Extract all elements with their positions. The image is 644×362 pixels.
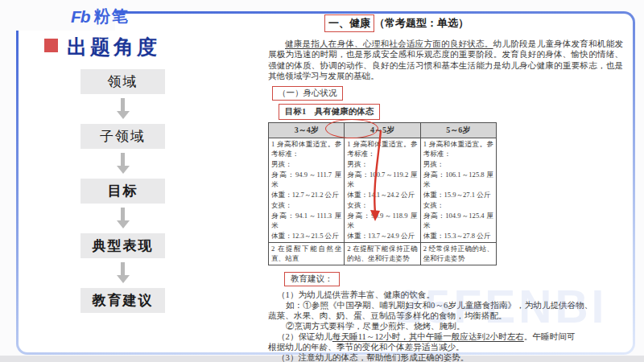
flow-box-education-advice: 教育建议 xyxy=(80,288,165,313)
fenbi-logo-text: 粉笔 xyxy=(94,6,130,27)
intro-paragraph: 健康是指人在身体、心理和社会适应方面的良好状态。幼儿阶段是儿童身体发育和机能发展… xyxy=(268,39,623,82)
flow-box-subdomain: 子领域 xyxy=(80,124,165,149)
posture-cell-4-5: 2 在提醒下能保持正确的站、坐和行走姿势 xyxy=(345,242,420,265)
scanned-document: 一、健康 （常考题型：单选） 健康是指人在身体、心理和社会适应方面的良好状态。幼… xyxy=(268,14,623,362)
doc-section-title-suffix: （常考题型：单选） xyxy=(374,16,469,31)
standards-cell-5-6: 1 身高和体重适宜。参考标准： 男孩： 身高：106.1～125.8 厘米 体重… xyxy=(420,138,496,242)
advice-line: 蔬菜、水果、肉、奶、蛋、豆制品等多样化的食物，均衡搭配。 xyxy=(268,311,623,321)
table-header-3-4: 3～4岁 xyxy=(269,122,345,138)
flow-box-domain: 领域 xyxy=(80,69,165,94)
slide: Fb 粉笔 出题角度 领域 子领域 目标 典型表现 教育建议 一、健康 （常考题… xyxy=(0,0,644,362)
table-standards-row: 1 身高和体重适宜。参考标准： 男孩： 身高：94.9～111.7 厘米 体重：… xyxy=(269,138,497,242)
down-arrow-icon xyxy=(80,149,165,179)
table-posture-row: 2 在提醒下能自然坐直、站直 2 在提醒下能保持正确的站、坐和行走姿势 2 经常… xyxy=(269,242,497,265)
down-arrow-icon xyxy=(80,204,165,233)
doc-section-title: 一、健康 （常考题型：单选） xyxy=(324,14,623,32)
red-box-annotation: 一、健康 xyxy=(324,14,374,32)
advice-line: 根据幼儿的年龄、季节的变化和个体差异适当减少。 xyxy=(268,342,623,352)
intro-underlined-sentence: 健康是指人在身体、心理和社会适应方面的良好状态。 xyxy=(285,39,493,48)
flowchart: 领域 子领域 目标 典型表现 教育建议 xyxy=(80,69,165,313)
red-square-bullet-icon xyxy=(44,39,58,52)
subsection-label: （一）身心状况 xyxy=(272,86,343,101)
advice-line: 如：①参照《中国孕期、哺乳期妇女和0～6岁儿童膳食指南》，为幼儿提供谷物、 xyxy=(268,300,623,311)
page-title-row: 出题角度 xyxy=(44,34,160,60)
goal-label: 目标1 具有健康的体态 xyxy=(279,104,380,120)
advice-line: ②烹调方式要科学，尽量少煎炸、烧烤、腌制。 xyxy=(268,321,623,331)
fenbi-logo-icon: Fb xyxy=(71,7,90,27)
standards-cell-3-4: 1 身高和体重适宜。参考标准： 男孩： 身高：94.9～111.7 厘米 体重：… xyxy=(269,138,345,242)
down-arrow-icon xyxy=(80,94,165,124)
posture-cell-3-4: 2 在提醒下能自然坐直、站直 xyxy=(269,242,345,265)
down-arrow-icon xyxy=(80,258,165,288)
posture-cell-5-6: 2 经常保持正确的站、坐和行走姿势 xyxy=(420,242,496,265)
fenbi-logo: Fb 粉笔 xyxy=(71,6,130,27)
flow-box-goal: 目标 xyxy=(80,179,165,204)
advice-text-block: （1）为幼儿提供营养丰富、健康的饮食。 如：①参照《中国孕期、哺乳期妇女和0～6… xyxy=(268,290,623,362)
age-standards-table: 3～4岁 4～5岁 5～6岁 1 身高和体重适宜。参考标准： 男孩： 身高：94… xyxy=(268,122,497,265)
table-header-row: 3～4岁 4～5岁 5～6岁 xyxy=(269,122,497,138)
advice-line: （2）保证幼儿每天睡11～12小时，其中午睡一般应达到2小时左右。午睡时间可 xyxy=(268,331,623,342)
flow-box-typical-behavior: 典型表现 xyxy=(80,233,165,258)
advice-line: （1）为幼儿提供营养丰富、健康的饮食。 xyxy=(268,290,623,300)
page-title: 出题角度 xyxy=(67,34,160,60)
table-header-4-5: 4～5岁 xyxy=(345,122,420,138)
advice-line: （3）注意幼儿的体态，帮助他们形成正确的姿势。 xyxy=(268,352,623,362)
standards-cell-4-5: 1 身高和体重适宜。参考标准： 男孩： 身高：100.7～119.2 厘米 体重… xyxy=(345,138,420,242)
education-advice-label: 教育建议： xyxy=(284,272,340,286)
table-header-5-6: 5～6岁 xyxy=(420,122,496,138)
